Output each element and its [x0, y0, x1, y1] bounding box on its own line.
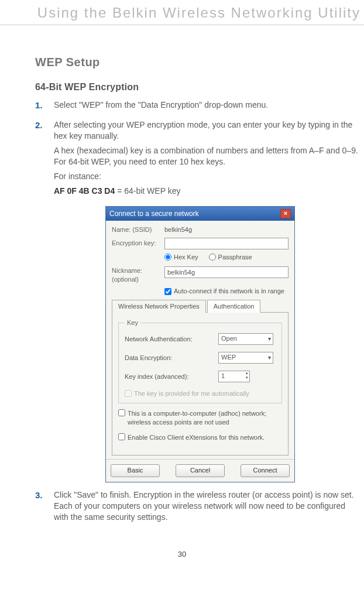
dialog-screenshot: Connect to a secure network × Name: (SSI… — [105, 206, 358, 482]
adhoc-row[interactable]: This is a computer-to-computer (adhoc) n… — [118, 409, 282, 427]
pass-radio-input[interactable] — [209, 254, 216, 261]
ssid-label: Name: (SSID) — [112, 225, 164, 234]
cancel-button[interactable]: Cancel — [176, 464, 225, 477]
adhoc-label: This is a computer-to-computer (adhoc) n… — [128, 409, 282, 427]
key-index-spinner[interactable]: 1 — [218, 371, 250, 382]
cisco-row[interactable]: Enable Cisco Client eXtensions for this … — [118, 433, 282, 442]
key-index-row: Key index (advanced): 1 — [125, 371, 276, 382]
net-auth-row: Network Authentication: Open — [125, 333, 276, 345]
auto-key-row: The key is provided for me automatically — [125, 389, 276, 398]
step-body: Click "Save" to finish. Encryption in th… — [54, 489, 358, 526]
nickname-label: Nickname: (optional) — [112, 266, 164, 284]
wep-key-bold: AF 0F 4B C3 D4 — [54, 186, 115, 196]
tab-wireless-properties[interactable]: Wireless Network Properties — [112, 300, 206, 313]
dialog-window: Connect to a secure network × Name: (SSI… — [105, 206, 295, 482]
step-number: 1. — [35, 100, 54, 114]
net-auth-label: Network Authentication: — [125, 335, 218, 344]
wep-key-rest: = 64-bit WEP key — [115, 186, 180, 196]
connect-button[interactable]: Connect — [241, 464, 290, 477]
autoconnect-row[interactable]: Auto-connect if this network is in range — [164, 287, 289, 296]
auto-key-label: The key is provided for me automatically — [134, 389, 249, 398]
key-fieldset: Key Network Authentication: Open Data En… — [118, 319, 282, 403]
nickname-row: Nickname: (optional) — [112, 266, 289, 284]
sub-heading: 64-Bit WEP Encryption — [35, 81, 358, 94]
steps-list-continued: 3. Click "Save" to finish. Encryption in… — [35, 489, 358, 526]
basic-button[interactable]: Basic — [111, 464, 160, 477]
page-number: 30 — [0, 550, 364, 559]
step-1: 1. Select "WEP" from the "Data Encryptio… — [35, 100, 358, 114]
enc-key-input[interactable] — [164, 238, 289, 249]
dialog-button-bar: Basic Cancel Connect — [106, 459, 294, 482]
section-title: WEP Setup — [35, 54, 358, 70]
page-title: Using the Belkin Wireless Networking Uti… — [0, 5, 360, 21]
hex-key-radio[interactable]: Hex Key — [164, 253, 198, 262]
step2-p1: After selecting your WEP encryption mode… — [54, 119, 358, 142]
dialog-body: Name: (SSID) belkin54g Encryption key: H… — [106, 221, 294, 459]
hex-radio-input[interactable] — [164, 254, 171, 261]
data-enc-row: Data Encryption: WEP — [125, 352, 276, 364]
step-number: 2. — [35, 119, 54, 200]
cisco-label: Enable Cisco Client eXtensions for this … — [128, 433, 265, 442]
adhoc-checkbox[interactable] — [118, 409, 125, 416]
auto-key-checkbox — [125, 390, 132, 397]
enc-key-label: Encryption key: — [112, 239, 164, 248]
hex-radio-label: Hex Key — [174, 253, 198, 262]
step-body: Select "WEP" from the "Data Encryption" … — [54, 100, 268, 114]
step-body: After selecting your WEP encryption mode… — [54, 119, 358, 200]
step2-p4: AF 0F 4B C3 D4 = 64-bit WEP key — [54, 186, 358, 197]
page-header: Using the Belkin Wireless Networking Uti… — [0, 0, 364, 21]
dialog-titlebar: Connect to a secure network × — [106, 207, 294, 221]
step-2: 2. After selecting your WEP encryption m… — [35, 119, 358, 200]
steps-list: 1. Select "WEP" from the "Data Encryptio… — [35, 100, 358, 200]
step1-text: Select "WEP" from the "Data Encryption" … — [54, 100, 268, 111]
ssid-value: belkin54g — [164, 225, 192, 234]
nickname-label-text: Nickname: — [112, 267, 142, 274]
nickname-sub: (optional) — [112, 276, 139, 283]
step2-p3: For instance: — [54, 171, 358, 182]
nickname-input[interactable] — [164, 266, 289, 278]
net-auth-select[interactable]: Open — [218, 333, 273, 345]
pass-radio-label: Passphrase — [218, 253, 252, 262]
key-legend: Key — [125, 319, 140, 327]
tab-authentication[interactable]: Authentication — [207, 300, 261, 313]
passphrase-radio[interactable]: Passphrase — [209, 253, 252, 262]
step-number: 3. — [35, 489, 54, 526]
step-3: 3. Click "Save" to finish. Encryption in… — [35, 489, 358, 526]
dialog-title-text: Connect to a secure network — [109, 209, 199, 218]
key-index-label: Key index (advanced): — [125, 372, 218, 381]
tab-pane: Key Network Authentication: Open Data En… — [112, 313, 289, 456]
content-area: WEP Setup 64-Bit WEP Encryption 1. Selec… — [0, 25, 364, 526]
enc-key-row: Encryption key: — [112, 238, 289, 249]
close-icon[interactable]: × — [280, 209, 291, 218]
cisco-checkbox[interactable] — [118, 433, 125, 440]
step2-p2: A hex (hexadecimal) key is a combination… — [54, 145, 358, 167]
tab-strip: Wireless Network Properties Authenticati… — [112, 299, 289, 313]
autoconnect-label: Auto-connect if this network is in range — [174, 287, 284, 296]
data-enc-label: Data Encryption: — [125, 354, 218, 362]
ssid-row: Name: (SSID) belkin54g — [112, 225, 289, 234]
data-enc-select[interactable]: WEP — [218, 352, 273, 364]
step3-text: Click "Save" to finish. Encryption in th… — [54, 489, 358, 523]
autoconnect-checkbox[interactable] — [164, 288, 171, 295]
key-type-radios: Hex Key Passphrase — [164, 253, 289, 262]
